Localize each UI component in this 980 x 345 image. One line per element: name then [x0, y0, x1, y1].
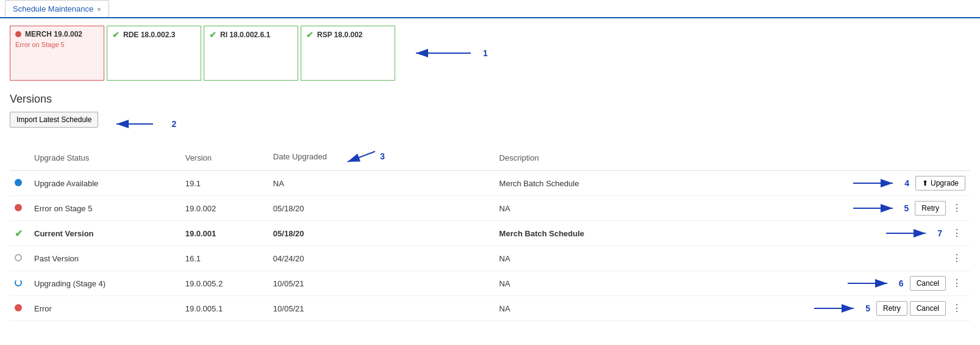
table-row: Upgrading (Stage 4) 19.0.005.2 10/05/21 …	[10, 271, 970, 296]
pkg-card-name: RI 18.0.002.6.1	[220, 31, 270, 39]
actions-cell: 6 Cancel ⋮	[671, 271, 970, 296]
annotation-6-arrow	[848, 276, 896, 291]
annotation-3-label: 3	[380, 151, 385, 161]
status-icon-cell: ✔	[10, 221, 29, 246]
table-row-current: ✔ Current Version 19.0.001 05/18/20 Merc…	[10, 221, 970, 246]
description-cell: NA	[495, 196, 671, 221]
versions-section: Versions Import Latest Schedule 2	[10, 93, 970, 321]
actions-cell: 4 ⬆ Upgrade	[671, 171, 970, 196]
version-cell: 19.0.005.2	[181, 271, 268, 296]
status-icon-cell	[10, 271, 29, 296]
status-icon-cell	[10, 171, 29, 196]
annotation-5a-label: 5	[904, 203, 909, 213]
date-cell: 10/05/21	[268, 271, 495, 296]
versions-title: Versions	[10, 93, 970, 106]
date-cell: 10/05/21	[268, 296, 495, 321]
pkg-card-name: RSP 18.0.002	[317, 31, 363, 39]
status-label-cell: Upgrade Available	[29, 171, 181, 196]
more-options-button[interactable]: ⋮	[948, 226, 965, 241]
col-actions	[671, 145, 970, 171]
pkg-card-name: MERCH 19.0.002	[25, 30, 82, 38]
version-cell: 19.0.001	[181, 221, 268, 246]
status-label-cell: Current Version	[29, 221, 181, 246]
status-label-cell: Past Version	[29, 246, 181, 271]
gray-circle-icon	[15, 254, 22, 261]
status-label-cell: Error	[29, 296, 181, 321]
import-latest-schedule-button[interactable]: Import Latest Schedule	[10, 112, 98, 128]
pkg-card-name: RDE 18.0.002.3	[123, 31, 175, 39]
col-icon	[10, 145, 29, 171]
table-row: Error on Stage 5 19.0.002 05/18/20 NA	[10, 196, 970, 221]
more-options-button[interactable]: ⋮	[948, 276, 965, 291]
success-check-icon: ✔	[112, 30, 120, 40]
main-content: MERCH 19.0.002 Error on Stage 5 ✔ RDE 18…	[0, 18, 980, 329]
package-card-rde[interactable]: ✔ RDE 18.0.002.3	[107, 26, 201, 81]
annotation-7-label: 7	[937, 228, 942, 238]
annotation-2-label: 2	[171, 119, 176, 129]
date-cell: 05/18/20	[268, 221, 495, 246]
col-version: Version	[181, 145, 268, 171]
annotation-2-arrow	[110, 115, 159, 133]
tab-bar: Schedule Maintenance ×	[0, 0, 980, 18]
description-cell: NA	[495, 296, 671, 321]
annotation-1-arrow	[410, 41, 483, 65]
version-cell: 19.0.002	[181, 196, 268, 221]
error-dot-icon	[15, 31, 21, 37]
green-check-icon: ✔	[15, 228, 23, 239]
description-cell: Merch Batch Schedule	[495, 171, 671, 196]
actions-cell: ⋮	[671, 246, 970, 271]
red-dot-icon	[15, 204, 22, 211]
annotation-5b-arrow	[814, 301, 863, 316]
date-cell: 04/24/20	[268, 246, 495, 271]
schedule-maintenance-tab[interactable]: Schedule Maintenance ×	[5, 0, 109, 17]
status-icon-cell	[10, 196, 29, 221]
more-options-button[interactable]: ⋮	[948, 301, 965, 316]
package-card-ri[interactable]: ✔ RI 18.0.002.6.1	[204, 26, 298, 81]
status-label-cell: Upgrading (Stage 4)	[29, 271, 181, 296]
col-upgrade-status: Upgrade Status	[29, 145, 181, 171]
table-row: Past Version 16.1 04/24/20 NA ⋮	[10, 246, 970, 271]
success-check-icon: ✔	[209, 30, 216, 40]
actions-cell: 5 Retry Cancel ⋮	[671, 296, 970, 321]
annotation-6-label: 6	[899, 278, 904, 288]
pkg-card-status: Error on Stage 5	[15, 41, 99, 48]
more-options-button[interactable]: ⋮	[948, 201, 965, 216]
success-check-icon: ✔	[306, 30, 313, 40]
date-cell: NA	[268, 171, 495, 196]
upload-icon: ⬆	[922, 179, 928, 187]
description-cell: Merch Batch Schedule	[495, 221, 671, 246]
status-label-cell: Error on Stage 5	[29, 196, 181, 221]
annotation-3-arrow	[342, 148, 378, 167]
retry-button[interactable]: Retry	[915, 201, 946, 216]
status-icon-cell	[10, 246, 29, 271]
annotation-4-label: 4	[904, 178, 909, 188]
package-card-rsp[interactable]: ✔ RSP 18.0.002	[301, 26, 395, 81]
col-description: Description	[495, 145, 671, 171]
versions-table: Upgrade Status Version Date Upgraded	[10, 145, 970, 321]
actions-cell: 7 ⋮	[671, 221, 970, 246]
description-cell: NA	[495, 271, 671, 296]
svg-line-5	[348, 151, 375, 162]
actions-cell: 5 Retry ⋮	[671, 196, 970, 221]
status-icon-cell	[10, 296, 29, 321]
retry-button[interactable]: Retry	[876, 301, 907, 316]
description-cell: NA	[495, 246, 671, 271]
tab-close-button[interactable]: ×	[97, 5, 101, 13]
upgrade-button[interactable]: ⬆ Upgrade	[915, 176, 965, 191]
package-cards: MERCH 19.0.002 Error on Stage 5 ✔ RDE 18…	[10, 26, 970, 81]
red-dot-icon	[15, 304, 22, 311]
table-row: Upgrade Available 19.1 NA Merch Batch Sc…	[10, 171, 970, 196]
package-card-merch[interactable]: MERCH 19.0.002 Error on Stage 5	[10, 26, 104, 81]
tab-label: Schedule Maintenance	[13, 4, 93, 13]
cancel-button[interactable]: Cancel	[910, 301, 946, 316]
version-cell: 19.1	[181, 171, 268, 196]
annotation-4-arrow	[853, 176, 902, 191]
date-cell: 05/18/20	[268, 196, 495, 221]
col-date-upgraded: Date Upgraded 3	[268, 145, 495, 171]
more-options-button[interactable]: ⋮	[948, 251, 965, 266]
blue-dot-icon	[15, 179, 22, 186]
cancel-button[interactable]: Cancel	[910, 276, 946, 291]
annotation-5b-label: 5	[865, 303, 870, 313]
table-header-row: Upgrade Status Version Date Upgraded	[10, 145, 970, 171]
version-cell: 16.1	[181, 246, 268, 271]
